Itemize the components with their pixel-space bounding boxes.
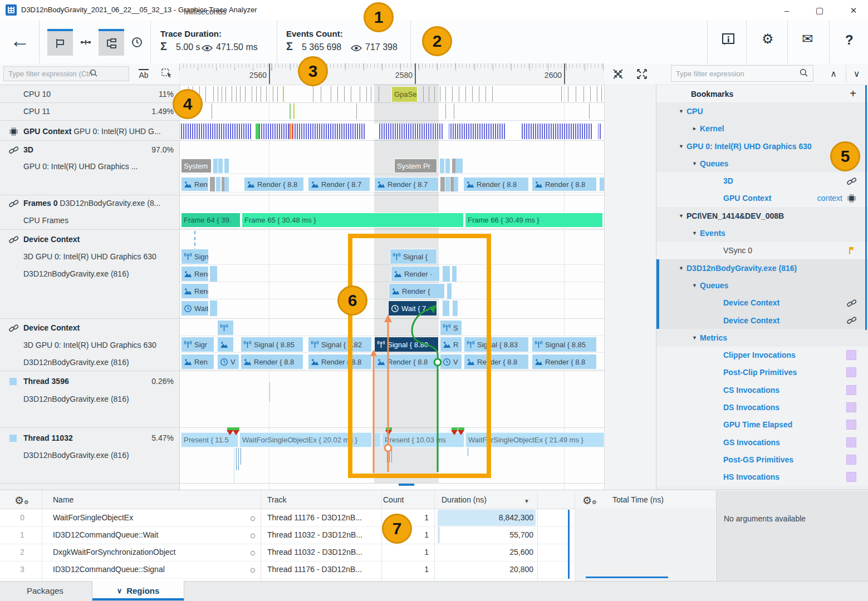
timeline-event[interactable] [217, 320, 234, 336]
track-label-gpu-context[interactable]: GPU Context GPU 0: Intel(R) UHD G... [0, 125, 179, 137]
sidebar-item-d3d12nbodygravity-exe-816-[interactable]: ▼D3D12nBodyGravity.exe (816) [656, 259, 868, 277]
track-label-d3d12nbodygravity-exe-816-[interactable]: D3D12nBodyGravity.exe (816) [0, 268, 179, 280]
sort-desc-icon[interactable]: ▼ [524, 498, 529, 504]
sidebar-item-queues[interactable]: ▼Queues [656, 155, 868, 172]
zoom-fit-button[interactable] [607, 65, 629, 82]
timeline-event-wait[interactable]: Wait [181, 300, 209, 316]
chevron-down-icon[interactable]: ▼ [679, 109, 686, 114]
track-label-3d-gpu-0-intel-r-uhd-graphics-630[interactable]: 3D GPU 0: Intel(R) UHD Graphics 630 [0, 339, 179, 351]
gpu-context-activity[interactable] [181, 124, 604, 139]
track-label-frames-0[interactable]: Frames 0 D3D12nBodyGravity.exe (8... [0, 197, 179, 209]
settings-gear-icon[interactable]: ⚙ [762, 31, 774, 47]
next-match-button[interactable]: ∨ [846, 65, 867, 82]
total-panel-scrollbar[interactable] [586, 577, 668, 578]
timeline-event-render[interactable]: Render · [391, 266, 440, 282]
timeline-event-frame-65-30-48-ms[interactable]: Frame 65 { 30.48 ms } [242, 213, 464, 228]
timeline-event-render-8-7[interactable]: Render { 8.7 [374, 177, 439, 191]
sidebar-item-clipper-invocations[interactable]: Clipper Invocations [656, 347, 868, 364]
timeline-event-render-8-8[interactable]: Render { 8.8 [374, 354, 439, 370]
track-label-cpu-frames[interactable]: CPU Frames [0, 214, 179, 226]
left-filter-input[interactable]: Type filter expression (Ctrl [3, 66, 129, 81]
timeline-event[interactable] [445, 159, 450, 173]
sidebar-item-hs-invocations[interactable]: HS Invocations [656, 469, 868, 486]
sidebar-item-ds-invocations[interactable]: DS Invocations [656, 398, 868, 416]
track-label-3d[interactable]: 3D97.0% [0, 144, 179, 156]
table-row-dxgkwaitforsynchronizationobject[interactable]: 2DxgkWaitForSynchronizationObjectThread … [0, 544, 573, 561]
timeline-event-render-8-8[interactable]: Render { 8.8 [241, 354, 303, 370]
sidebar-item-pci-ven-1414-dev-008b[interactable]: ▼PCI\VEN_1414&DEV_008B [656, 207, 868, 224]
table-scrollbar[interactable] [568, 510, 570, 579]
timeline-event-signal-8-82[interactable]: Signal { 8.82 [308, 337, 372, 352]
back-button[interactable]: ← [10, 29, 30, 52]
timeline-event-signal-8-85[interactable]: Signal { 8.85 [532, 337, 597, 352]
sidebar-item-post-gs-primitives[interactable]: Post-GS Primitives [656, 451, 868, 468]
timeline-event[interactable] [453, 300, 458, 316]
sidebar-item-device-context[interactable]: Device Context [656, 294, 868, 312]
timeline-h-scrollbar[interactable] [399, 484, 414, 486]
timeline-event-gpase[interactable]: GpaSe [391, 86, 418, 102]
sidebar-item-vsync-0[interactable]: VSync 0 [656, 242, 868, 259]
sidebar-item-cs-invocations[interactable]: CS Invocations [656, 381, 868, 398]
tab-regions[interactable]: ∨ Regions [92, 581, 184, 601]
timeline-event-render-8-8[interactable]: Render { 8.8 [308, 354, 372, 370]
timeline-event-system-pr[interactable]: System Pr [394, 159, 437, 173]
timeline-ruler[interactable]: 256025802600 [179, 63, 604, 84]
timeline-event-signal-8-83[interactable]: Signal { 8.83 [464, 337, 529, 352]
tab-packages[interactable]: Packages [27, 586, 63, 595]
region-select-button[interactable] [157, 66, 177, 82]
chevron-down-icon[interactable]: ▼ [692, 283, 700, 288]
timeline-event[interactable] [454, 177, 458, 191]
track-label-d3d12nbodygravity-exe-816-[interactable]: D3D12nBodyGravity.exe (816) [0, 356, 179, 368]
track-label-device-context[interactable]: Device Context [0, 322, 179, 334]
col-duration[interactable]: Duration (ns) [442, 495, 487, 504]
timeline-event[interactable] [373, 432, 381, 447]
view-connections-button[interactable] [73, 29, 99, 56]
link-icon[interactable] [847, 176, 856, 186]
help-button[interactable]: ? [845, 32, 854, 48]
close-button[interactable]: ✕ [845, 4, 862, 17]
add-bookmark-button[interactable]: + [850, 87, 856, 100]
timeline-event[interactable] [224, 159, 229, 173]
visibility-icon[interactable] [249, 566, 256, 575]
track-label-d3d12nbodygravity-exe-816-[interactable]: D3D12nBodyGravity.exe (816) [0, 449, 179, 461]
view-timing-button[interactable] [124, 29, 150, 56]
table-row-id3d12commandqueue-signal[interactable]: 3ID3D12CommandQueue::SignalThread 11176 … [0, 561, 573, 579]
chevron-down-icon[interactable]: ▼ [679, 265, 686, 271]
timeline-event-signal-8-85[interactable]: Signal { 8.85 [241, 337, 303, 352]
chevron-down-icon[interactable]: ▼ [679, 144, 686, 149]
timeline-event-ren[interactable]: Ren [181, 177, 209, 191]
timeline-event-sigr[interactable]: Sigr [181, 337, 214, 352]
visibility-icon[interactable] [249, 532, 256, 541]
track-label-3d-gpu-0-intel-r-uhd-graphics-630[interactable]: 3D GPU 0: Intel(R) UHD Graphics 630 [0, 250, 179, 263]
chevron-right-icon[interactable]: ► [692, 126, 700, 131]
timeline-event-render-8-8[interactable]: Render { 8.8 [532, 354, 597, 370]
timeline-event-render-8-8[interactable]: Render { 8.8 [464, 354, 529, 370]
match-case-button[interactable]: Ab [134, 66, 154, 82]
link-icon[interactable] [847, 316, 856, 325]
timeline-event[interactable] [599, 177, 604, 191]
timeline-event-v[interactable]: V [440, 354, 462, 370]
track-label-thread-11032[interactable]: Thread 110325.47% [0, 432, 179, 444]
sidebar-filter-input[interactable]: Type filter expression [671, 65, 813, 82]
info-button[interactable] [721, 32, 735, 50]
chevron-down-icon[interactable]: ▼ [692, 161, 700, 166]
maximize-button[interactable]: ▢ [811, 4, 828, 17]
timeline-event[interactable] [452, 266, 457, 282]
col-track[interactable]: Track [267, 495, 286, 504]
timeline-event-v[interactable]: V [217, 354, 239, 370]
timeline-event-s[interactable]: S [440, 320, 462, 336]
view-markers-button[interactable] [47, 29, 73, 56]
timeline-event[interactable] [224, 177, 229, 191]
timeline-event[interactable] [210, 177, 215, 191]
timeline-event[interactable] [213, 159, 218, 173]
timeline-event-sign[interactable]: Sign [181, 249, 209, 264]
chevron-down-icon[interactable]: ▼ [679, 213, 686, 219]
timeline-event-system[interactable]: System [181, 159, 212, 173]
sidebar-item-device-context[interactable]: Device Context [656, 312, 868, 329]
timeline-event-signal[interactable]: Signal { [390, 249, 437, 264]
timeline-event[interactable] [217, 337, 234, 352]
timeline-event[interactable] [443, 300, 449, 316]
timeline-event-wait-7[interactable]: Wait { 7. [388, 300, 437, 316]
visibility-icon[interactable] [249, 549, 256, 558]
timeline-event-renc[interactable]: Renc [181, 283, 209, 299]
